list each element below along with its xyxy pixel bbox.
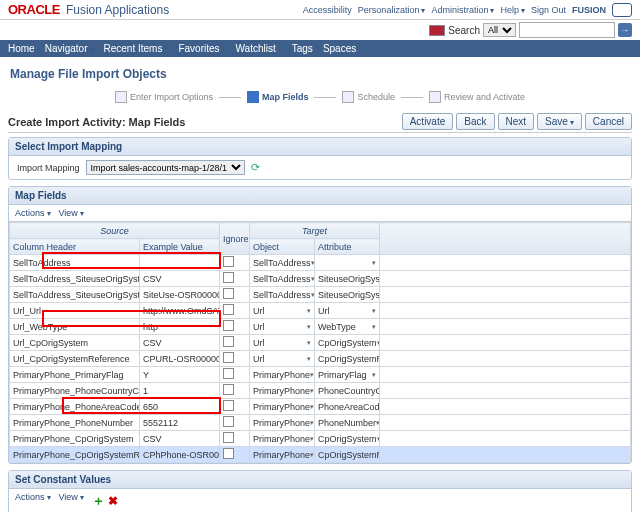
back-button[interactable]: Back [456,113,494,130]
cell-object[interactable]: PrimaryPhone▾ [250,367,315,383]
chevron-down-icon[interactable]: ▾ [307,339,311,347]
cell-object[interactable]: PrimaryPhone▾ [250,383,315,399]
table-row[interactable]: PrimaryPhone_PhoneAreaCode650PrimaryPhon… [10,399,631,415]
cell-object[interactable]: PrimaryPhone▾ [250,415,315,431]
remove-row-icon[interactable]: ✖ [108,494,118,508]
checkbox-icon[interactable] [223,416,234,427]
table-row[interactable]: PrimaryPhone_PrimaryFlagYPrimaryPhone▾Pr… [10,367,631,383]
cell-object[interactable]: SellToAddress▾ [250,287,315,303]
cell-object[interactable]: Url▾ [250,351,315,367]
table-row[interactable]: PrimaryPhone_PhoneCountryCode1PrimaryPho… [10,383,631,399]
table-row[interactable]: SellToAddress_SellToAddress▾▾ [10,255,631,271]
constvals-view-menu[interactable]: View [59,492,84,510]
col-column-header[interactable]: Column Header [10,239,140,255]
cell-ignore[interactable] [220,383,250,399]
cell-attribute[interactable]: WebType▾ [315,319,380,335]
cell-ignore[interactable] [220,319,250,335]
add-row-icon[interactable]: ＋ [92,492,105,510]
cell-attribute[interactable]: PhoneCountryC▾ [315,383,380,399]
cell-ignore[interactable] [220,335,250,351]
search-scope-select[interactable]: All [483,23,516,37]
cell-attribute[interactable]: PhoneNumber▾ [315,415,380,431]
step-schedule[interactable]: Schedule [342,91,395,103]
cell-attribute[interactable]: SiteuseOrigSyst▾ [315,287,380,303]
chevron-down-icon[interactable]: ▾ [310,387,314,395]
chevron-down-icon[interactable]: ▾ [310,403,314,411]
cell-object[interactable]: PrimaryPhone▾ [250,399,315,415]
table-row[interactable]: Url_Urlhttp://www.OmdSAThUrl▾Url▾ [10,303,631,319]
menu-watchlist[interactable]: Watchlist [236,43,282,54]
cell-object[interactable]: SellToAddress▾ [250,271,315,287]
chevron-down-icon[interactable]: ▾ [311,259,315,267]
checkbox-icon[interactable] [223,352,234,363]
table-row[interactable]: Url_WebTypehttpUrl▾WebType▾ [10,319,631,335]
table-row[interactable]: SellToAddress_SiteuseOrigSystemCSVSellTo… [10,271,631,287]
cell-attribute[interactable]: CpOrigSystemR▾ [315,447,380,463]
checkbox-icon[interactable] [223,256,234,267]
cell-attribute[interactable]: CpOrigSystem▾ [315,335,380,351]
chevron-down-icon[interactable]: ▾ [310,435,314,443]
search-go-button[interactable]: → [618,23,632,37]
accessibility-link[interactable]: Accessibility [303,5,352,15]
cancel-button[interactable]: Cancel [585,113,632,130]
cell-ignore[interactable] [220,255,250,271]
chevron-down-icon[interactable]: ▾ [307,355,311,363]
mapfields-view-menu[interactable]: View [59,208,84,218]
cell-attribute[interactable]: ▾ [315,255,380,271]
cell-attribute[interactable]: CpOrigSystemR▾ [315,351,380,367]
chevron-down-icon[interactable]: ▾ [311,291,315,299]
table-row[interactable]: PrimaryPhone_PhoneNumber5552112PrimaryPh… [10,415,631,431]
cell-attribute[interactable]: CpOrigSystem▾ [315,431,380,447]
chevron-down-icon[interactable]: ▾ [307,307,311,315]
chat-icon[interactable] [612,3,632,17]
import-mapping-select[interactable]: Import sales-accounts-map-1/28/1 [86,160,245,175]
cell-ignore[interactable] [220,447,250,463]
chevron-down-icon[interactable]: ▾ [372,259,376,267]
cell-ignore[interactable] [220,399,250,415]
menu-tags[interactable]: Tags [292,43,313,54]
chevron-down-icon[interactable]: ▾ [372,323,376,331]
table-row[interactable]: Url_CpOrigSystemCSVUrl▾CpOrigSystem▾ [10,335,631,351]
chevron-down-icon[interactable]: ▾ [311,275,315,283]
cell-ignore[interactable] [220,271,250,287]
menu-favorites[interactable]: Favorites [178,43,225,54]
col-example-value[interactable]: Example Value [140,239,220,255]
help-menu[interactable]: Help [500,5,525,15]
table-row[interactable]: SellToAddress_SiteuseOrigSystemRefSiteUs… [10,287,631,303]
col-attribute[interactable]: Attribute [315,239,380,255]
step-map-fields[interactable]: Map Fields [247,91,309,103]
cell-object[interactable]: Url▾ [250,335,315,351]
chevron-down-icon[interactable]: ▾ [310,371,314,379]
cell-attribute[interactable]: SiteuseOrigSyst▾ [315,271,380,287]
cell-object[interactable]: PrimaryPhone▾ [250,447,315,463]
checkbox-icon[interactable] [223,336,234,347]
cell-ignore[interactable] [220,431,250,447]
checkbox-icon[interactable] [223,432,234,443]
table-row[interactable]: PrimaryPhone_CpOrigSystemCSVPrimaryPhone… [10,431,631,447]
administration-menu[interactable]: Administration [431,5,494,15]
next-button[interactable]: Next [498,113,535,130]
menu-recent-items[interactable]: Recent Items [104,43,169,54]
checkbox-icon[interactable] [223,400,234,411]
col-object[interactable]: Object [250,239,315,255]
cell-attribute[interactable]: PhoneAreaCode▾ [315,399,380,415]
checkbox-icon[interactable] [223,384,234,395]
menu-home[interactable]: Home [8,43,35,54]
checkbox-icon[interactable] [223,368,234,379]
checkbox-icon[interactable] [223,272,234,283]
step-enter-import-options[interactable]: Enter Import Options [115,91,213,103]
cell-ignore[interactable] [220,303,250,319]
cell-object[interactable]: SellToAddress▾ [250,255,315,271]
chevron-down-icon[interactable]: ▾ [310,451,314,459]
cell-ignore[interactable] [220,367,250,383]
flag-icon[interactable] [429,25,445,36]
cell-attribute[interactable]: PrimaryFlag▾ [315,367,380,383]
cell-ignore[interactable] [220,351,250,367]
checkbox-icon[interactable] [223,320,234,331]
save-button[interactable]: Save [537,113,582,130]
col-ignore[interactable]: Ignore [220,223,250,255]
checkbox-icon[interactable] [223,448,234,459]
checkbox-icon[interactable] [223,288,234,299]
menu-spaces[interactable]: Spaces [323,43,356,54]
chevron-down-icon[interactable]: ▾ [307,323,311,331]
